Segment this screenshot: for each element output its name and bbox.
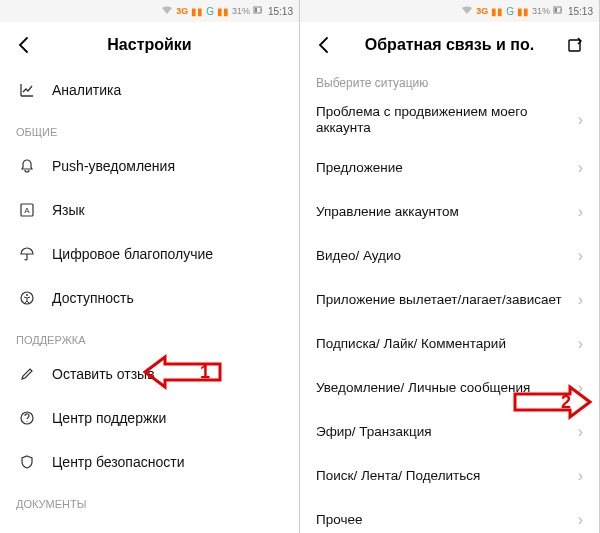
row-label: Push-уведомления [52, 158, 283, 175]
chevron-right-icon: › [578, 511, 583, 529]
row-label: Аналитика [52, 82, 283, 99]
svg-rect-11 [569, 40, 580, 51]
row-search-feed-share[interactable]: Поиск/ Лента/ Поделиться › [300, 454, 599, 498]
settings-list: Аналитика ОБЩИЕ Push-уведомления A Язык … [0, 68, 299, 533]
back-button[interactable] [310, 31, 338, 59]
signal-g: G [206, 6, 214, 17]
chevron-right-icon: › [578, 423, 583, 441]
wifi-icon [161, 5, 173, 17]
pencil-icon [16, 366, 38, 382]
row-label: Доступность [52, 290, 283, 307]
row-label: Проблема с продвижением моего аккаунта [316, 104, 570, 136]
group-documents: ДОКУМЕНТЫ [0, 484, 299, 516]
signal-icon-1: ▮▮ [191, 6, 203, 17]
umbrella-icon [16, 246, 38, 262]
status-bar: 3G ▮▮ G ▮▮ 31% 15:13 [0, 0, 299, 22]
row-label: Приложение вылетает/лагает/зависает [316, 292, 570, 308]
row-push[interactable]: Push-уведомления [0, 144, 299, 188]
row-wellbeing[interactable]: Цифровое благополучие [0, 232, 299, 276]
row-suggestion[interactable]: Предложение › [300, 146, 599, 190]
header-settings: Настройки [0, 22, 299, 68]
row-analytics[interactable]: Аналитика [0, 68, 299, 112]
row-likes-comments[interactable]: Подписка/ Лайк/ Комментарий › [300, 322, 599, 366]
chevron-right-icon: › [578, 247, 583, 265]
chevron-right-icon: › [578, 467, 583, 485]
compose-button[interactable] [561, 31, 589, 59]
header-feedback: Обратная связь и по. [300, 22, 599, 68]
signal-g: G [506, 6, 514, 17]
signal-icon-1: ▮▮ [491, 6, 503, 17]
row-account-management[interactable]: Управление аккаунтом › [300, 190, 599, 234]
battery-icon [253, 5, 263, 17]
chevron-right-icon: › [578, 111, 583, 129]
clock-time: 15:13 [268, 6, 293, 17]
back-button[interactable] [10, 31, 38, 59]
page-title: Настройки [38, 36, 261, 54]
wifi-icon [461, 5, 473, 17]
row-label: Предложение [316, 160, 570, 176]
row-label: Поиск/ Лента/ Поделиться [316, 468, 570, 484]
battery-text: 31% [232, 6, 250, 16]
row-label: Центр безопасности [52, 454, 283, 471]
signal-icon-2: ▮▮ [517, 6, 529, 17]
subhead-choose: Выберите ситуацию [300, 68, 599, 94]
row-label: Оставить отзыв [52, 366, 283, 383]
chevron-right-icon: › [578, 335, 583, 353]
svg-point-6 [26, 294, 28, 296]
network-3g: 3G [476, 6, 488, 16]
group-general: ОБЩИЕ [0, 112, 299, 144]
row-label: Видео/ Аудио [316, 248, 570, 264]
row-label: Язык [52, 202, 283, 219]
row-label: Центр поддержки [52, 410, 283, 427]
row-notifications-dm[interactable]: Уведомление/ Личные сообщения › [300, 366, 599, 410]
svg-rect-2 [255, 8, 257, 12]
battery-text: 31% [532, 6, 550, 16]
shield-icon [16, 454, 38, 470]
screen-settings: 3G ▮▮ G ▮▮ 31% 15:13 Настройки Аналитика… [0, 0, 300, 533]
group-support: ПОДДЕРЖКА [0, 320, 299, 352]
row-other[interactable]: Прочее › [300, 498, 599, 533]
row-promo-problem[interactable]: Проблема с продвижением моего аккаунта › [300, 94, 599, 146]
clock-time: 15:13 [568, 6, 593, 17]
row-help-center[interactable]: Центр поддержки [0, 396, 299, 440]
bell-icon [16, 158, 38, 174]
status-bar: 3G ▮▮ G ▮▮ 31% 15:13 [300, 0, 599, 22]
svg-rect-9 [561, 9, 562, 11]
row-language[interactable]: A Язык [0, 188, 299, 232]
page-title: Обратная связь и по. [338, 36, 561, 54]
feedback-list: Проблема с продвижением моего аккаунта ›… [300, 94, 599, 533]
row-app-crash[interactable]: Приложение вылетает/лагает/зависает › [300, 278, 599, 322]
accessibility-icon [16, 290, 38, 306]
language-icon: A [16, 202, 38, 218]
screen-feedback: 3G ▮▮ G ▮▮ 31% 15:13 Обратная связь и по… [300, 0, 600, 533]
battery-icon [553, 5, 563, 17]
row-feedback[interactable]: Оставить отзыв [0, 352, 299, 396]
header-spacer [261, 31, 289, 59]
row-label: Эфир/ Транзакция [316, 424, 570, 440]
analytics-icon [16, 82, 38, 98]
chevron-right-icon: › [578, 203, 583, 221]
row-live-transaction[interactable]: Эфир/ Транзакция › [300, 410, 599, 454]
row-accessibility[interactable]: Доступность [0, 276, 299, 320]
row-safety-center[interactable]: Центр безопасности [0, 440, 299, 484]
row-label: Цифровое благополучие [52, 246, 283, 263]
chevron-right-icon: › [578, 291, 583, 309]
chevron-right-icon: › [578, 159, 583, 177]
row-label: Прочее [316, 512, 570, 528]
row-video-audio[interactable]: Видео/ Аудио › [300, 234, 599, 278]
chevron-right-icon: › [578, 379, 583, 397]
svg-rect-1 [261, 9, 262, 11]
help-icon [16, 410, 38, 426]
svg-rect-10 [555, 8, 557, 12]
network-3g: 3G [176, 6, 188, 16]
row-label: Уведомление/ Личные сообщения [316, 380, 570, 396]
svg-text:A: A [24, 206, 30, 215]
row-label: Управление аккаунтом [316, 204, 570, 220]
signal-icon-2: ▮▮ [217, 6, 229, 17]
row-label: Подписка/ Лайк/ Комментарий [316, 336, 570, 352]
